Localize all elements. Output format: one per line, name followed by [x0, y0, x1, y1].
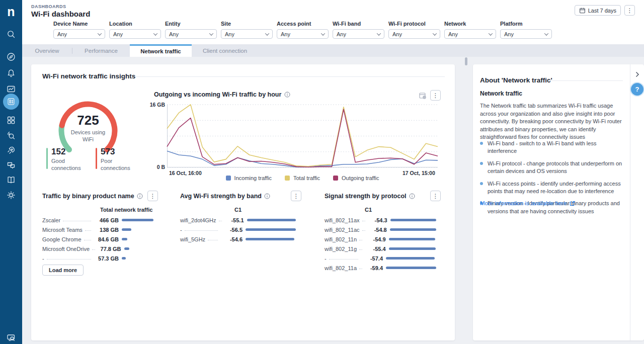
sidebar-item-search[interactable]: [0, 26, 22, 42]
table-row[interactable]: wifi_802_11n-54.9: [325, 234, 436, 244]
nexthink-logo[interactable]: n: [0, 3, 22, 20]
line-chart-plot[interactable]: [167, 105, 438, 167]
kebab-icon: ⋮: [627, 8, 633, 14]
filter-label: Access point: [277, 21, 329, 27]
calendar-icon: [579, 7, 586, 14]
band-table-column-header: C1: [234, 207, 242, 213]
tab-overview[interactable]: Overview: [22, 44, 72, 57]
tab-network-traffic[interactable]: Network traffic: [130, 44, 192, 57]
poor-connections-stat: 573 Poor connections: [96, 147, 137, 172]
breadcrumb[interactable]: DASHBOARDS: [31, 4, 66, 9]
help-button[interactable]: ?: [631, 83, 643, 96]
protocol-table-kebab-menu[interactable]: ⋮: [430, 191, 441, 201]
table-row[interactable]: --57.4: [325, 253, 436, 263]
line-chart-kebab-menu[interactable]: ⋮: [430, 90, 441, 101]
filter-select-platform[interactable]: Any: [500, 29, 552, 39]
apps-grid-icon: [6, 115, 16, 125]
sidebar-item-engage[interactable]: [0, 157, 22, 173]
filter-select-network[interactable]: Any: [444, 29, 496, 39]
tab-performance[interactable]: Performance: [72, 44, 130, 57]
tab-bar: Overview Performance Network traffic Cli…: [22, 44, 644, 57]
table-row[interactable]: Microsoft OneDrive77.8 GB: [42, 244, 153, 253]
filter-value: Any: [57, 31, 67, 37]
table-row[interactable]: Zscaler466 GB: [42, 215, 153, 225]
legend-swatch-icon: [226, 176, 231, 181]
filter-select-access-point[interactable]: Any: [277, 29, 329, 39]
filter-select-device-name[interactable]: Any: [53, 29, 105, 39]
tab-client-connection[interactable]: Client connection: [192, 44, 258, 57]
table-row[interactable]: Microsoft Teams138 GB: [42, 225, 153, 234]
band-table: wifi_2dot4GHz-55.1 --56.5 wifi_5GHz-54.6: [180, 215, 296, 244]
legend-label: Incoming traffic: [234, 175, 272, 181]
table-row[interactable]: wifi_5GHz-54.6: [180, 234, 296, 244]
gauge-center: 725 Devices using WiFi: [57, 113, 119, 143]
legend-label: Total traffic: [293, 175, 320, 181]
chevron-down-icon: [265, 31, 269, 35]
filter-value: Any: [281, 31, 290, 37]
header-kebab-menu[interactable]: ⋮: [624, 5, 635, 16]
legend-item-outgoing[interactable]: Outgoing traffic: [333, 175, 379, 181]
section-title: Wi-Fi network traffic insights: [42, 72, 135, 80]
vertical-scrollbar-thumb[interactable]: [465, 57, 467, 65]
filter-value: Any: [337, 31, 346, 37]
filter-label: Wi-Fi protocol: [388, 21, 440, 27]
filter-select-site[interactable]: Any: [221, 29, 273, 39]
filter-select-wifi-band[interactable]: Any: [333, 29, 384, 39]
row-label: wifi_802_11g: [325, 246, 357, 252]
value-bar: [247, 219, 296, 221]
row-value: -55.1: [224, 217, 244, 223]
legend-swatch-icon: [333, 176, 338, 181]
table-row[interactable]: wifi_802_11ax-54.3: [325, 215, 436, 225]
date-range-label: Last 7 days: [588, 8, 616, 14]
sidebar-item-investigate[interactable]: [0, 127, 22, 143]
dotted-leader: [359, 249, 362, 250]
sidebar-item-explore[interactable]: [0, 49, 22, 65]
table-row[interactable]: wifi_802_11a-59.4: [325, 263, 436, 273]
legend-item-total[interactable]: Total traffic: [285, 175, 320, 181]
sidebar-item-dashboards[interactable]: [0, 94, 22, 110]
value-bar: [124, 247, 130, 250]
sidebar-item-device-view[interactable]: [0, 329, 22, 344]
sidebar-item-launch[interactable]: [0, 142, 22, 158]
more-information-link[interactable]: More information is available here: [480, 200, 575, 206]
info-icon[interactable]: [284, 92, 290, 98]
dotted-leader: [359, 240, 362, 240]
table-row[interactable]: Google Chrome84.6 GB: [42, 234, 153, 244]
list-item: Wi-Fi protocol - change protocols that u…: [480, 160, 627, 176]
info-icon[interactable]: [264, 193, 270, 199]
row-label: wifi_802_11n: [325, 236, 357, 242]
info-icon[interactable]: [409, 193, 415, 199]
row-value: -54.8: [368, 227, 387, 233]
band-table-kebab-menu[interactable]: ⋮: [291, 191, 301, 201]
row-value: -57.4: [361, 255, 383, 262]
table-row[interactable]: wifi_802_11ac-54.8: [325, 225, 436, 234]
poor-stat-bar: [96, 148, 97, 169]
bullet-dot-icon: [480, 182, 483, 185]
filter-select-location[interactable]: Any: [109, 29, 161, 39]
sidebar-item-settings[interactable]: [0, 187, 22, 203]
table-row[interactable]: wifi_2dot4GHz-55.1: [180, 215, 296, 225]
load-more-button[interactable]: Load more: [42, 265, 84, 276]
table-row[interactable]: -57.3 GB: [42, 253, 153, 263]
filter-value: Any: [392, 31, 402, 37]
legend-item-incoming[interactable]: Incoming traffic: [226, 175, 272, 181]
value-bar: [389, 247, 436, 250]
filter-value: Any: [225, 31, 234, 37]
table-row[interactable]: --56.5: [180, 225, 296, 234]
collapse-panel-button[interactable]: [633, 70, 641, 78]
info-icon[interactable]: [137, 193, 143, 199]
sidebar-item-library[interactable]: [0, 172, 22, 188]
sidebar-item-alerts[interactable]: [0, 65, 22, 81]
sidebar-item-applications[interactable]: [0, 112, 22, 128]
dotted-leader: [362, 221, 365, 221]
schedule-export-button[interactable]: [419, 92, 427, 102]
band-table-header: Avg Wi-Fi strength by band: [180, 193, 270, 200]
date-range-button[interactable]: Last 7 days: [575, 5, 621, 16]
filter-select-wifi-protocol[interactable]: Any: [388, 29, 440, 39]
row-value: -54.3: [368, 217, 387, 223]
traffic-table-kebab-menu[interactable]: ⋮: [147, 191, 158, 201]
filter-select-entity[interactable]: Any: [165, 29, 217, 39]
table-row[interactable]: wifi_802_11g-55.4: [325, 244, 436, 253]
question-mark-icon: ?: [635, 85, 639, 93]
good-stat-bar: [46, 148, 48, 169]
